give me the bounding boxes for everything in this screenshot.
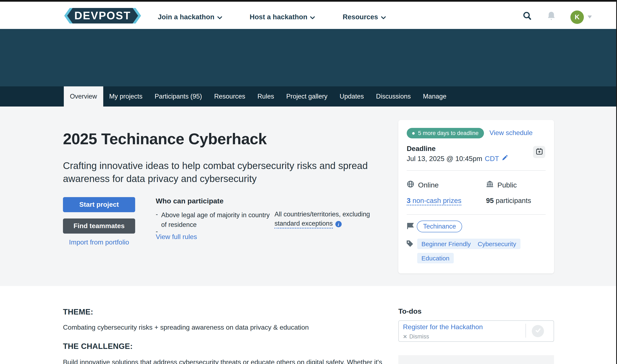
main-menu: Join a hackathon Host a hackathon Resour… xyxy=(158,3,386,31)
menu-join-hackathon[interactable]: Join a hackathon xyxy=(158,13,222,21)
menu-host-hackathon[interactable]: Host a hackathon xyxy=(250,13,315,21)
prizes-label: non-cash prizes xyxy=(411,197,461,204)
standard-exceptions-link[interactable]: standard exceptions xyxy=(274,220,333,229)
user-menu[interactable]: K xyxy=(570,10,592,24)
prizes-count: 3 xyxy=(407,197,411,204)
dismiss-x-icon: ✕ xyxy=(403,334,407,339)
window-right-edge xyxy=(616,0,617,364)
devpost-logo-text: DEVPOST xyxy=(74,9,131,22)
who-can-participate-heading: Who can participate xyxy=(156,197,224,206)
todo-divider xyxy=(525,324,526,338)
notifications-bell-icon[interactable] xyxy=(547,11,556,23)
participants-label: participants xyxy=(494,197,531,204)
theme-heading: THEME: xyxy=(63,307,93,317)
menu-host-label: Host a hackathon xyxy=(250,13,308,21)
top-navbar: DEVPOST Join a hackathon Host a hackatho… xyxy=(0,2,617,29)
tag-cybersecurity[interactable]: Cybersecurity xyxy=(473,239,520,249)
devpost-logo-inner: DEVPOST xyxy=(67,8,138,24)
tab-overview[interactable]: Overview xyxy=(64,86,103,106)
calendar-plus-icon xyxy=(535,147,543,157)
visibility-label: Public xyxy=(497,181,517,189)
tab-discussions[interactable]: Discussions xyxy=(370,86,417,106)
hackathon-tag-pill[interactable]: Techinance xyxy=(417,221,462,232)
participate-bullet: - xyxy=(156,210,158,218)
tab-my-projects[interactable]: My projects xyxy=(103,86,148,106)
dismiss-label: Dismiss xyxy=(409,333,429,340)
import-from-portfolio-link[interactable]: Import from portfolio xyxy=(63,239,135,246)
checkmark-icon xyxy=(535,327,541,335)
tag-education[interactable]: Education xyxy=(417,253,454,263)
deadline-date-row: Jul 13, 2025 @ 10:45pm CDT xyxy=(407,155,508,163)
bank-icon xyxy=(486,180,494,190)
next-todo-card-clipped xyxy=(398,355,554,364)
window-top-edge xyxy=(0,0,617,2)
participate-item: Above legal age of majority in country o… xyxy=(161,210,270,229)
tab-project-gallery[interactable]: Project gallery xyxy=(280,86,334,106)
chevron-down-icon xyxy=(217,13,222,21)
tag-icon xyxy=(406,239,414,249)
search-icon[interactable] xyxy=(523,11,532,23)
menu-resources[interactable]: Resources xyxy=(343,13,386,21)
participants-count: 95 xyxy=(486,197,494,204)
globe-icon xyxy=(407,180,414,190)
card-divider xyxy=(407,170,546,171)
navbar-actions: K xyxy=(523,3,592,31)
start-project-button[interactable]: Start project xyxy=(63,197,135,212)
deadline-date: Jul 13, 2025 @ 10:45pm xyxy=(407,155,482,163)
find-teammates-button[interactable]: Find teammates xyxy=(63,219,135,234)
hero-banner xyxy=(0,29,617,86)
tab-updates[interactable]: Updates xyxy=(334,86,370,106)
hackathon-tabbar: Overview My projects Participants (95) R… xyxy=(0,86,617,106)
location-label: Online xyxy=(418,181,439,189)
tab-rules[interactable]: Rules xyxy=(251,86,280,106)
theme-text: Combating cybersecurity risks + spreadin… xyxy=(63,324,309,331)
chevron-down-icon xyxy=(310,13,315,21)
menu-resources-label: Resources xyxy=(343,13,378,21)
location-row: Online xyxy=(407,180,439,190)
avatar[interactable]: K xyxy=(570,10,584,24)
tab-manage[interactable]: Manage xyxy=(417,86,453,106)
eligibility-text: All countries/territories, excluding xyxy=(274,210,370,218)
view-schedule-link[interactable]: View schedule xyxy=(489,129,533,137)
add-to-calendar-button[interactable] xyxy=(533,146,545,158)
todo-dismiss-button[interactable]: ✕ Dismiss xyxy=(403,333,429,340)
todos-heading: To-dos xyxy=(398,307,422,316)
tab-participants[interactable]: Participants (95) xyxy=(148,86,208,106)
page-subtitle: Crafting innovative ideas to help combat… xyxy=(63,159,368,185)
tag-beginner-friendly[interactable]: Beginner Friendly xyxy=(417,239,475,249)
edit-pencil-icon[interactable] xyxy=(502,155,508,163)
flag-icon xyxy=(407,222,414,231)
challenge-heading: THE CHALLENGE: xyxy=(63,342,133,351)
prizes-link[interactable]: 3 non-cash prizes xyxy=(407,197,461,205)
tab-resources[interactable]: Resources xyxy=(208,86,251,106)
page: DEVPOST Join a hackathon Host a hackatho… xyxy=(0,0,617,364)
todo-complete-button[interactable] xyxy=(532,325,544,337)
page-title: 2025 Techinance Cyberhack xyxy=(63,130,267,148)
user-menu-caret-icon xyxy=(588,15,592,18)
todo-register-link[interactable]: Register for the Hackathon xyxy=(403,323,483,331)
chevron-down-icon xyxy=(381,13,386,21)
eligibility-exceptions-row: standard exceptions i xyxy=(274,220,341,229)
view-full-rules-link[interactable]: View full rules xyxy=(156,233,197,241)
timezone-link[interactable]: CDT xyxy=(485,155,499,163)
participants-stat: 95 participants xyxy=(486,197,531,205)
info-icon[interactable]: i xyxy=(335,221,341,227)
devpost-logo[interactable]: DEVPOST xyxy=(64,8,141,24)
visibility-row: Public xyxy=(486,180,517,190)
menu-join-label: Join a hackathon xyxy=(158,13,215,21)
badge-dot-icon xyxy=(412,132,415,134)
deadline-heading: Deadline xyxy=(407,145,436,153)
card-divider xyxy=(407,214,546,215)
deadline-badge-label: 5 more days to deadline xyxy=(418,130,479,136)
challenge-text: Build innovative solutions that address … xyxy=(63,359,411,364)
deadline-countdown-badge: 5 more days to deadline xyxy=(407,128,484,138)
